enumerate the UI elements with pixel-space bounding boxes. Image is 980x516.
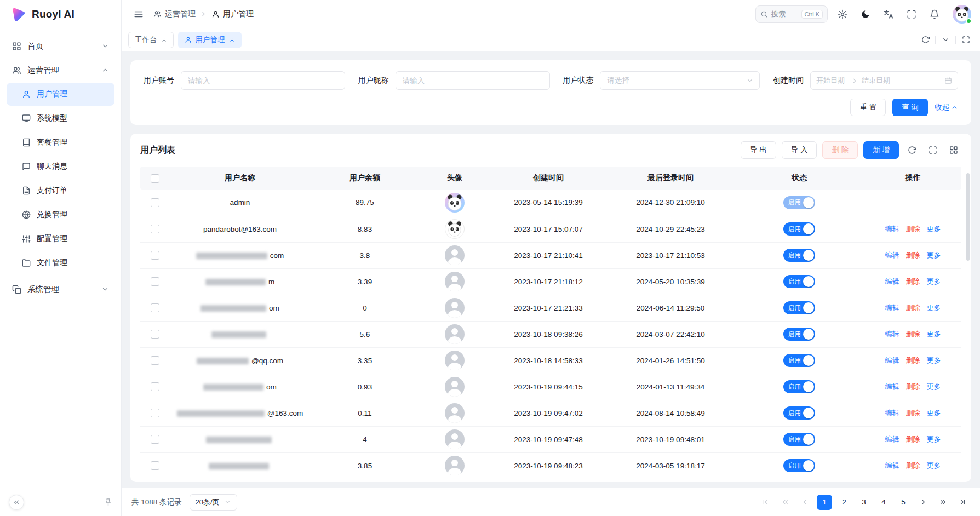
pagination-last-button[interactable] [955, 495, 970, 510]
pagination-page-4[interactable]: 4 [876, 495, 891, 510]
status-toggle[interactable]: 启用 [783, 354, 815, 367]
column-settings-button[interactable] [946, 142, 961, 158]
brand-row[interactable]: Ruoyi AI [0, 0, 121, 28]
tab-workbench[interactable]: 工作台 [128, 32, 174, 48]
settings-button[interactable] [834, 6, 851, 22]
row-action-edit[interactable]: 编辑 [885, 382, 899, 391]
row-action-edit[interactable]: 编辑 [885, 330, 899, 338]
sidebar-item-chat-messages[interactable]: 聊天消息 [7, 155, 114, 178]
row-action-edit[interactable]: 编辑 [885, 251, 899, 259]
pagination-jump-forward-button[interactable] [935, 495, 950, 510]
pagination-page-2[interactable]: 2 [836, 495, 852, 510]
row-action-more[interactable]: 更多 [927, 461, 941, 469]
sidebar-item-payment-orders[interactable]: 支付订单 [7, 179, 114, 202]
scrollbar-thumb[interactable] [966, 173, 970, 261]
status-toggle[interactable]: 启用 [783, 328, 815, 341]
row-action-more[interactable]: 更多 [927, 303, 941, 312]
table-fullscreen-button[interactable] [925, 142, 941, 158]
row-action-edit[interactable]: 编辑 [885, 461, 899, 469]
row-checkbox[interactable] [151, 303, 159, 312]
export-button[interactable]: 导 出 [741, 141, 776, 159]
status-toggle[interactable]: 启用 [783, 459, 815, 472]
import-button[interactable]: 导 入 [782, 141, 817, 159]
sidebar-item-file-management[interactable]: 文件管理 [7, 251, 114, 274]
status-toggle[interactable]: 启用 [783, 249, 815, 262]
row-checkbox[interactable] [151, 330, 159, 339]
refresh-tab-button[interactable] [918, 32, 933, 48]
status-toggle[interactable]: 启用 [783, 196, 815, 209]
row-action-more[interactable]: 更多 [927, 330, 941, 338]
row-action-edit[interactable]: 编辑 [885, 277, 899, 285]
user-avatar[interactable] [953, 5, 971, 24]
pagination-first-button[interactable] [758, 495, 773, 510]
row-action-edit[interactable]: 编辑 [885, 409, 899, 417]
breadcrumb-operations[interactable]: 运营管理 [153, 9, 196, 19]
sidebar-item-user-management[interactable]: 用户管理 [7, 83, 114, 106]
row-action-delete[interactable]: 删除 [906, 303, 920, 312]
row-action-delete[interactable]: 删除 [906, 330, 920, 338]
row-action-more[interactable]: 更多 [927, 382, 941, 391]
row-action-delete[interactable]: 删除 [906, 409, 920, 417]
row-action-delete[interactable]: 删除 [906, 277, 920, 285]
sidebar-item-exchange-management[interactable]: 兑换管理 [7, 203, 114, 226]
language-button[interactable] [880, 6, 897, 22]
delete-button[interactable]: 删 除 [822, 141, 858, 159]
row-action-edit[interactable]: 编辑 [885, 225, 899, 233]
sidebar-item-system-model[interactable]: 系统模型 [7, 107, 114, 130]
date-range-picker[interactable]: 开始日期 结束日期 [810, 71, 958, 90]
global-search-input[interactable]: 搜索 Ctrl K [755, 5, 828, 23]
pagination-page-5[interactable]: 5 [896, 495, 911, 510]
status-toggle[interactable]: 启用 [783, 222, 815, 236]
account-input[interactable] [181, 71, 345, 90]
status-toggle[interactable]: 启用 [783, 406, 815, 420]
row-action-edit[interactable]: 编辑 [885, 303, 899, 312]
row-checkbox[interactable] [151, 461, 159, 470]
tab-close-icon[interactable] [229, 37, 235, 43]
status-toggle[interactable]: 启用 [783, 433, 815, 446]
sidebar-item-package-management[interactable]: 套餐管理 [7, 131, 114, 154]
status-toggle[interactable]: 启用 [783, 301, 815, 314]
row-action-delete[interactable]: 删除 [906, 251, 920, 259]
pagination-page-3[interactable]: 3 [856, 495, 872, 510]
row-action-more[interactable]: 更多 [927, 409, 941, 417]
status-toggle[interactable]: 启用 [783, 380, 815, 393]
row-action-delete[interactable]: 删除 [906, 435, 920, 443]
row-checkbox[interactable] [151, 251, 159, 260]
fullscreen-button[interactable] [903, 6, 920, 22]
status-toggle[interactable]: 启用 [783, 275, 815, 288]
add-button[interactable]: 新 增 [863, 141, 899, 159]
hamburger-menu-button[interactable] [130, 6, 147, 22]
row-checkbox[interactable] [151, 356, 159, 365]
row-action-edit[interactable]: 编辑 [885, 356, 899, 364]
content-fullscreen-button[interactable] [958, 32, 973, 48]
row-checkbox[interactable] [151, 409, 159, 417]
row-action-delete[interactable]: 删除 [906, 225, 920, 233]
table-refresh-button[interactable] [904, 142, 920, 158]
row-action-delete[interactable]: 删除 [906, 382, 920, 391]
table-scrollbar[interactable] [966, 173, 970, 480]
dark-mode-button[interactable] [857, 6, 874, 22]
row-checkbox[interactable] [151, 198, 159, 207]
row-action-more[interactable]: 更多 [927, 435, 941, 443]
row-action-delete[interactable]: 删除 [906, 461, 920, 469]
sidebar-group-operations[interactable]: 运营管理 [7, 58, 114, 82]
row-checkbox[interactable] [151, 382, 159, 391]
row-action-more[interactable]: 更多 [927, 251, 941, 259]
row-checkbox[interactable] [151, 277, 159, 286]
query-button[interactable]: 查 询 [892, 99, 928, 116]
row-checkbox[interactable] [151, 225, 159, 233]
notifications-button[interactable] [926, 6, 943, 22]
sidebar-collapse-button[interactable] [9, 495, 24, 510]
pagination-jump-back-button[interactable] [777, 495, 793, 510]
nickname-input[interactable] [396, 71, 550, 90]
sidebar-group-home[interactable]: 首页 [7, 34, 114, 58]
row-checkbox[interactable] [151, 435, 159, 444]
tab-user-management[interactable]: 用户管理 [178, 32, 242, 48]
sidebar-item-config-management[interactable]: 配置管理 [7, 227, 114, 250]
pagination-page-1[interactable]: 1 [817, 495, 832, 510]
row-action-more[interactable]: 更多 [927, 225, 941, 233]
status-select[interactable]: 请选择 [600, 71, 760, 90]
tab-close-icon[interactable] [161, 37, 167, 43]
breadcrumb-user-management[interactable]: 用户管理 [211, 9, 254, 19]
reset-button[interactable]: 重 置 [850, 99, 886, 116]
